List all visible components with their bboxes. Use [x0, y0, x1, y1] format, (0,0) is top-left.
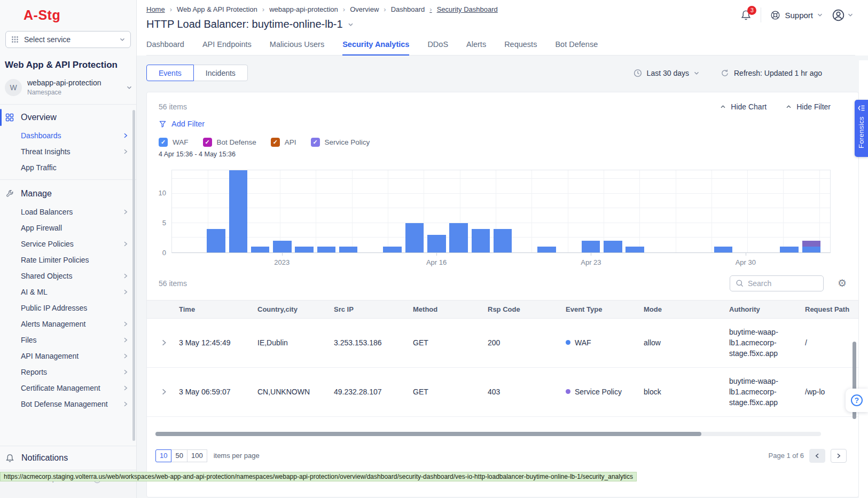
column-header-request-path[interactable]: Request Path [805, 301, 852, 318]
select-service-dropdown[interactable]: Select service [5, 31, 131, 48]
chart-bar-events[interactable] [427, 235, 445, 252]
help-button[interactable]: ? [846, 389, 868, 412]
notifications-bell-button[interactable]: 3 [740, 10, 752, 21]
column-header-src-ip[interactable]: Src IP [334, 301, 413, 318]
breadcrumb-item[interactable]: webapp-api-protection [262, 5, 338, 13]
tab-api-endpoints[interactable]: API Endpoints [202, 40, 252, 55]
sidebar-scrollbar[interactable] [132, 110, 135, 441]
tab-ddos[interactable]: DDoS [427, 40, 448, 55]
table-row[interactable]: 3 May 12:45:49 IE,Dublin 3.253.153.186 G… [147, 319, 858, 368]
row-expander-icon[interactable] [155, 339, 179, 346]
sidebar-item-certificate-management[interactable]: Certificate Management [0, 380, 136, 396]
chart-bar-events[interactable] [625, 247, 644, 252]
sidebar-item-ai-ml[interactable]: AI & ML [0, 284, 136, 300]
tab-malicious-users[interactable]: Malicious Users [270, 40, 324, 55]
scrollbar-thumb[interactable] [155, 432, 701, 436]
filter-checkbox-api[interactable]: API [271, 138, 296, 147]
column-header-time[interactable]: Time [179, 301, 257, 318]
chart-bar-events[interactable] [604, 241, 622, 252]
filter-checkbox-waf[interactable]: WAF [159, 138, 189, 147]
sidebar-section-overview[interactable]: Overview [0, 107, 136, 128]
column-header-country-city[interactable]: Country,city [257, 301, 334, 318]
chart-bar-events[interactable] [251, 247, 269, 252]
sidebar-item-files[interactable]: Files [0, 332, 136, 348]
sidebar: A-Stg Select service Web App & API Prote… [0, 0, 137, 498]
tab-security-analytics[interactable]: Security Analytics [342, 40, 409, 56]
gear-icon[interactable]: ⚙ [838, 278, 847, 288]
sidebar-item-api-management[interactable]: API Management [0, 348, 136, 364]
breadcrumb-item[interactable]: Overview [343, 5, 379, 13]
chart-bar-service-policy[interactable] [802, 241, 820, 247]
page-size-100[interactable]: 100 [187, 449, 207, 462]
chart-bar-events[interactable] [229, 170, 247, 252]
sidebar-item-dashboards[interactable]: Dashboards [0, 128, 136, 144]
refresh-button[interactable]: Refresh: Updated 1 hr ago [721, 69, 822, 77]
workspace-title: Web App & API Protection [5, 60, 136, 70]
chart-bar-events[interactable] [494, 229, 512, 252]
sidebar-item-app-traffic[interactable]: App Traffic [0, 160, 136, 176]
sidebar-item-shared-objects[interactable]: Shared Objects [0, 268, 136, 284]
breadcrumb-current[interactable]: Security Dashboard [429, 5, 498, 13]
chart-bar-events[interactable] [582, 241, 600, 252]
chart-bar-events[interactable] [449, 223, 467, 252]
page-size-10[interactable]: 10 [155, 449, 171, 462]
chevron-down-icon[interactable] [348, 22, 354, 27]
column-header-authority[interactable]: Authority [729, 301, 805, 318]
bell-icon [5, 454, 14, 463]
table-row[interactable]: 3 May 06:59:07 CN,UNKNOWN 49.232.28.107 … [147, 368, 858, 417]
events-toggle-button[interactable]: Events [146, 65, 194, 81]
y-axis-tick-label: 10 [159, 189, 166, 197]
column-header-rsp-code[interactable]: Rsp Code [488, 301, 566, 318]
chart-bar-events[interactable] [317, 247, 335, 252]
sidebar-item-load-balancers[interactable]: Load Balancers [0, 204, 136, 220]
support-menu[interactable]: Support [770, 10, 823, 20]
chart-bar-events[interactable] [714, 247, 732, 252]
chart-bar-events[interactable] [383, 247, 401, 252]
sidebar-item-bot-defense-management[interactable]: Bot Defense Management [0, 396, 136, 412]
breadcrumb-item[interactable]: Web App & API Protection [170, 5, 257, 13]
sidebar-item-alerts-management[interactable]: Alerts Management [0, 316, 136, 332]
filter-checkbox-bot-defense[interactable]: Bot Defense [203, 138, 256, 147]
previous-page-button[interactable] [809, 449, 825, 463]
chart-bar-events[interactable] [405, 223, 424, 252]
column-header-method[interactable]: Method [413, 301, 488, 318]
column-header-mode[interactable]: Mode [644, 301, 729, 318]
account-menu[interactable] [832, 9, 853, 22]
column-header-event-type[interactable]: Event Type [566, 301, 644, 318]
sidebar-section-manage[interactable]: Manage [0, 184, 136, 204]
next-page-button[interactable] [831, 449, 847, 463]
tab-bot-defense[interactable]: Bot Defense [555, 40, 598, 55]
sidebar-item-threat-insights[interactable]: Threat Insights [0, 144, 136, 160]
page-size-50[interactable]: 50 [171, 449, 187, 462]
breadcrumb-item[interactable]: Dashboard [384, 5, 425, 13]
filter-checkbox-service-policy[interactable]: Service Policy [311, 138, 370, 147]
hide-chart-link[interactable]: Hide Chart [720, 102, 767, 111]
chart-bar-events[interactable] [472, 229, 490, 252]
sidebar-item-app-firewall[interactable]: App Firewall [0, 220, 136, 236]
chart-bar-events[interactable] [295, 247, 313, 252]
sidebar-item-reports[interactable]: Reports [0, 364, 136, 380]
row-expander-icon[interactable] [155, 389, 179, 395]
sidebar-item-rate-limiter-policies[interactable]: Rate Limiter Policies [0, 252, 136, 268]
search-input[interactable] [748, 279, 818, 288]
sidebar-item-notifications[interactable]: Notifications [0, 446, 136, 470]
chart-bar-events[interactable] [207, 229, 225, 252]
chart-bar-events[interactable] [780, 247, 798, 252]
time-range-dropdown[interactable]: Last 30 days [634, 69, 699, 77]
forensics-panel-tab[interactable]: Forensics [855, 100, 868, 157]
breadcrumb-home[interactable]: Home [146, 5, 165, 13]
chart-bar-events[interactable] [802, 247, 820, 252]
sidebar-item-public-ip-addresses[interactable]: Public IP Addresses [0, 300, 136, 316]
incidents-toggle-button[interactable]: Incidents [193, 65, 248, 81]
add-filter-button[interactable]: Add Filter [159, 120, 205, 128]
tab-dashboard[interactable]: Dashboard [146, 40, 184, 55]
tab-alerts[interactable]: Alerts [466, 40, 486, 55]
tab-requests[interactable]: Requests [504, 40, 537, 55]
namespace-selector[interactable]: W webapp-api-protection Namespace [5, 78, 132, 96]
sidebar-item-service-policies[interactable]: Service Policies [0, 236, 136, 252]
chart-bar-events[interactable] [339, 247, 357, 252]
chart-bar-events[interactable] [537, 247, 556, 252]
hide-filter-link[interactable]: Hide Filter [786, 102, 831, 111]
chart-bar-events[interactable] [273, 241, 291, 252]
chevron-down-icon [848, 13, 853, 17]
